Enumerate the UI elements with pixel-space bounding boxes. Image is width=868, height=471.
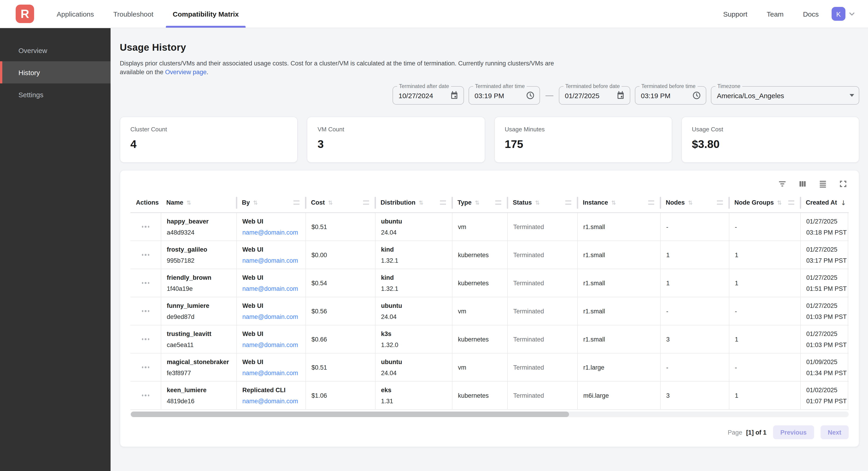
calendar-icon[interactable] bbox=[450, 91, 459, 100]
horizontal-scrollbar-track[interactable] bbox=[130, 412, 849, 417]
drag-handle-icon[interactable] bbox=[293, 201, 300, 205]
terminated-before-time-field[interactable]: Terminated before time 03:19 PM bbox=[635, 86, 706, 105]
nav-link-team[interactable]: Team bbox=[767, 10, 783, 18]
tab-applications[interactable]: Applications bbox=[47, 0, 104, 28]
columns-icon[interactable] bbox=[797, 178, 808, 189]
col-header-status[interactable]: Status ⇅ bbox=[507, 193, 577, 212]
row-actions-button[interactable] bbox=[140, 279, 151, 287]
tab-label: Troubleshoot bbox=[113, 10, 153, 18]
cluster-id: fe3f8977 bbox=[167, 369, 231, 377]
distribution-version: 1.31 bbox=[381, 397, 446, 405]
next-page-button[interactable]: Next bbox=[820, 425, 849, 439]
fullscreen-icon[interactable] bbox=[838, 178, 849, 189]
cluster-name: happy_beaver bbox=[167, 217, 231, 225]
replicated-logo[interactable]: R bbox=[16, 5, 34, 23]
sort-icon: ⇅ bbox=[777, 199, 782, 206]
drag-handle-icon[interactable] bbox=[648, 201, 654, 205]
tab-compatibility-matrix[interactable]: Compatibility Matrix bbox=[163, 0, 249, 28]
col-header-node-groups[interactable]: Node Groups ⇅ bbox=[729, 193, 800, 212]
sidebar-item-settings[interactable]: Settings bbox=[0, 83, 111, 106]
col-header-by[interactable]: By ⇅ bbox=[236, 193, 306, 212]
cluster-name: magical_stonebraker bbox=[167, 358, 231, 366]
account-menu-button[interactable]: K bbox=[832, 0, 856, 28]
horizontal-scrollbar-thumb[interactable] bbox=[131, 412, 569, 417]
column-label: Nodes bbox=[666, 199, 685, 206]
cluster-id: cae5ea11 bbox=[167, 341, 231, 349]
row-actions-button[interactable] bbox=[140, 252, 151, 259]
row-actions-button[interactable] bbox=[140, 223, 151, 230]
created-by-email-link[interactable]: name@domain.com bbox=[242, 257, 298, 265]
ellipsis-dot bbox=[145, 254, 147, 256]
cell-status: Terminated bbox=[507, 213, 577, 241]
overview-page-link[interactable]: Overview page bbox=[165, 69, 207, 76]
drag-handle-icon[interactable] bbox=[565, 201, 571, 205]
terminated-before-date-field[interactable]: Terminated before date 01/27/2025 bbox=[559, 86, 630, 105]
col-header-cost[interactable]: Cost ⇅ bbox=[306, 193, 375, 212]
sidebar-item-label: Overview bbox=[19, 46, 47, 54]
col-header-name[interactable]: Name ⇅ bbox=[161, 193, 236, 212]
row-actions-button[interactable] bbox=[140, 392, 151, 399]
col-header-type[interactable]: Type ⇅ bbox=[452, 193, 507, 212]
terminated-after-date-field[interactable]: Terminated after date 10/27/2024 bbox=[393, 86, 464, 105]
density-icon[interactable] bbox=[817, 178, 828, 189]
distribution-name: eks bbox=[381, 386, 446, 394]
cell-type: vm bbox=[452, 213, 507, 241]
created-by-email-link[interactable]: name@domain.com bbox=[242, 341, 298, 349]
cell-by: Web UI name@domain.com bbox=[236, 213, 306, 241]
drag-handle-icon[interactable] bbox=[440, 201, 446, 205]
timezone-select[interactable]: Timezone America/Los_Angeles bbox=[711, 86, 859, 105]
created-by-email-link[interactable]: name@domain.com bbox=[242, 313, 298, 321]
previous-page-button[interactable]: Previous bbox=[773, 425, 814, 439]
drag-handle-icon[interactable] bbox=[363, 201, 369, 205]
row-actions-button[interactable] bbox=[140, 364, 151, 371]
created-by-email-link[interactable]: name@domain.com bbox=[242, 285, 298, 293]
tab-label: Compatibility Matrix bbox=[173, 10, 239, 18]
type-value: kubernetes bbox=[458, 279, 489, 287]
drag-handle-icon[interactable] bbox=[495, 201, 501, 205]
cell-nodes: 1 bbox=[660, 241, 729, 269]
tab-label: Applications bbox=[57, 10, 94, 18]
cell-created-at: 01/27/2025 01:03 PM PST bbox=[800, 297, 848, 325]
created-by-email-link[interactable]: name@domain.com bbox=[242, 397, 298, 405]
ellipsis-dot bbox=[145, 226, 147, 228]
tab-troubleshoot[interactable]: Troubleshoot bbox=[104, 0, 163, 28]
created-by-email-link[interactable]: name@domain.com bbox=[242, 369, 298, 377]
ellipsis-dot bbox=[145, 311, 147, 312]
column-label: Instance bbox=[583, 199, 608, 206]
col-header-created-at[interactable]: Created At ↓ bbox=[800, 193, 848, 212]
cell-node-groups: 1 bbox=[729, 269, 800, 297]
app-root: R Applications Troubleshoot Compatibilit… bbox=[0, 0, 868, 471]
stat-value: 3 bbox=[318, 138, 474, 151]
calendar-icon[interactable] bbox=[616, 91, 625, 100]
field-value: 03:19 PM bbox=[641, 91, 689, 99]
clock-icon[interactable] bbox=[526, 91, 535, 100]
column-label: Cost bbox=[311, 199, 325, 206]
col-header-actions: Actions bbox=[130, 193, 161, 212]
terminated-after-time-field[interactable]: Terminated after time 03:19 PM bbox=[469, 86, 540, 105]
cell-by: Web UI name@domain.com bbox=[236, 241, 306, 269]
created-by-source: Web UI bbox=[242, 246, 300, 254]
field-value: 03:19 PM bbox=[474, 91, 523, 99]
clock-icon[interactable] bbox=[692, 91, 701, 100]
stat-label: Usage Minutes bbox=[505, 126, 661, 133]
sidebar-item-label: Settings bbox=[19, 91, 43, 98]
instance-value: r1.small bbox=[583, 252, 605, 258]
cell-created-at: 01/09/2025 01:34 PM PST bbox=[800, 353, 848, 381]
primary-tabs: Applications Troubleshoot Compatibility … bbox=[47, 0, 249, 28]
filter-icon[interactable] bbox=[777, 178, 788, 189]
row-actions-button[interactable] bbox=[140, 336, 151, 343]
nav-link-docs[interactable]: Docs bbox=[803, 10, 819, 18]
created-time: 01:03 PM PST bbox=[806, 341, 842, 349]
drag-handle-icon[interactable] bbox=[788, 201, 794, 205]
row-actions-button[interactable] bbox=[140, 307, 151, 315]
col-header-nodes[interactable]: Nodes ⇅ bbox=[660, 193, 729, 212]
nav-link-support[interactable]: Support bbox=[723, 10, 747, 18]
created-by-email-link[interactable]: name@domain.com bbox=[242, 229, 298, 236]
drag-handle-icon[interactable] bbox=[717, 201, 723, 205]
column-label: Type bbox=[458, 199, 471, 206]
column-label: By bbox=[242, 199, 250, 206]
col-header-instance[interactable]: Instance ⇅ bbox=[577, 193, 660, 212]
sidebar-item-overview[interactable]: Overview bbox=[0, 39, 111, 61]
sidebar-item-history[interactable]: History bbox=[0, 61, 111, 83]
col-header-distribution[interactable]: Distribution ⇅ bbox=[375, 193, 452, 212]
